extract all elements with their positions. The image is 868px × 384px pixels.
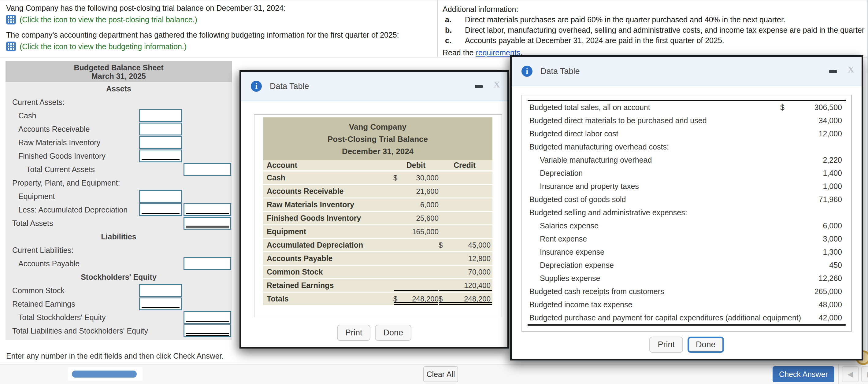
- dialog-title: Data Table: [270, 82, 309, 91]
- view-budgeting-info-link[interactable]: (Click the icon to view the budgeting in…: [6, 41, 187, 51]
- view-trial-balance-link-label[interactable]: (Click the icon to view the post-closing…: [20, 15, 197, 24]
- row-label: Cash: [18, 109, 36, 122]
- balance-sheet-row: Liabilities: [5, 230, 232, 243]
- window-right-edge: [867, 0, 868, 364]
- trial-balance-column-headers: Account Debit Credit: [263, 160, 492, 171]
- input-field[interactable]: [139, 297, 182, 310]
- row-label: Raw Materials Inventory: [18, 136, 100, 149]
- balance-sheet-row: Equipment: [5, 190, 232, 203]
- credit-column-header: Credit: [439, 160, 492, 170]
- item-text: Accounts payable at December 31, 2024 ar…: [465, 36, 724, 45]
- budget-row-label: Salaries expense: [528, 221, 780, 230]
- balance-sheet-row: Finished Goods Inventory: [5, 149, 232, 163]
- additional-info-item-c: c. Accounts payable at December 31, 2024…: [445, 36, 724, 45]
- account-name: Accounts Payable: [267, 254, 393, 263]
- input-field[interactable]: [139, 150, 182, 162]
- balance-sheet-row: Current Liabilities:: [5, 243, 232, 257]
- input-field[interactable]: [184, 311, 231, 324]
- info-icon: i: [251, 81, 262, 92]
- account-name: Common Stock: [267, 267, 393, 277]
- budget-row-label: Depreciation expense: [528, 261, 780, 270]
- account-name: Retained Earnings: [267, 281, 393, 290]
- trial-balance-row: Raw Materials Inventory6,000: [263, 198, 492, 212]
- table-icon[interactable]: [6, 15, 16, 25]
- budgeting-info-dialog: i Data Table X Budgeted total sales, all…: [510, 55, 863, 360]
- view-budgeting-info-link-label[interactable]: (Click the icon to view the budgeting in…: [20, 42, 187, 51]
- row-label: Common Stock: [12, 284, 65, 297]
- debit-cell: [393, 252, 439, 265]
- input-field[interactable]: [184, 163, 231, 176]
- budget-row: Insurance and property taxes1,000: [528, 180, 846, 193]
- done-button[interactable]: Done: [375, 325, 411, 341]
- budget-row-label: Supplies expense: [528, 274, 780, 283]
- input-field[interactable]: [184, 217, 231, 230]
- budget-row-label: Budgeted cost of goods sold: [528, 195, 780, 204]
- previous-question-button[interactable]: ◀: [842, 366, 859, 382]
- additional-info-item-b: b. Direct labor, manufacturing overhead,…: [445, 26, 868, 35]
- input-field[interactable]: [139, 136, 182, 149]
- sum-rule: [142, 307, 180, 308]
- print-button[interactable]: Print: [337, 325, 371, 341]
- done-button[interactable]: Done: [687, 337, 724, 353]
- problem-statement-1: Vang Company has the following post-clos…: [6, 4, 286, 12]
- next-question-button[interactable]: ▶: [861, 366, 868, 382]
- input-field[interactable]: [139, 109, 182, 122]
- credit-cell: [439, 185, 492, 197]
- exercise-page: Vang Company has the following post-clos…: [0, 0, 868, 384]
- budget-row-value: 1,400: [794, 169, 846, 178]
- debit-amount: 165,000: [404, 227, 439, 236]
- input-field[interactable]: [184, 324, 231, 337]
- budget-row-value: 265,000: [794, 287, 846, 296]
- credit-cell: [439, 212, 492, 224]
- additional-info-item-a: a. Direct materials purchases are paid 6…: [445, 15, 785, 24]
- budget-row-label: Variable manufacturing overhead: [528, 156, 780, 164]
- input-field[interactable]: [184, 203, 231, 216]
- table-icon[interactable]: [6, 41, 16, 51]
- check-answer-button[interactable]: Check Answer: [773, 366, 834, 382]
- item-text: Direct labor, manufacturing overhead, se…: [465, 26, 868, 35]
- budget-row: Budgeted total sales, all on account$306…: [528, 101, 846, 114]
- budget-row-label: Budgeted selling and administrative expe…: [528, 208, 780, 217]
- input-field[interactable]: [139, 123, 182, 135]
- debit-cell: [393, 279, 439, 292]
- row-label: Total Assets: [12, 217, 53, 230]
- view-trial-balance-link[interactable]: (Click the icon to view the post-closing…: [6, 15, 197, 25]
- budgeting-info-table: Budgeted total sales, all on account$306…: [528, 100, 846, 326]
- row-label: Property, Plant, and Equipment:: [12, 176, 120, 190]
- dialog-header[interactable]: i Data Table X: [241, 72, 507, 101]
- budget-row: Salaries expense6,000: [528, 219, 846, 232]
- account-name: Finished Goods Inventory: [267, 214, 393, 223]
- dialog-header[interactable]: i Data Table X: [512, 57, 862, 86]
- close-icon[interactable]: X: [493, 80, 500, 89]
- input-field[interactable]: [184, 257, 231, 270]
- trial-balance-row: Accounts Payable12,800: [263, 252, 492, 266]
- budget-row-label: Budgeted manufacturing overhead costs:: [528, 142, 780, 151]
- item-letter: b.: [445, 26, 465, 35]
- input-field[interactable]: [139, 203, 182, 216]
- debit-cell: [393, 266, 439, 278]
- clear-all-button[interactable]: Clear All: [423, 366, 458, 382]
- close-icon[interactable]: X: [847, 65, 854, 74]
- debit-cell: [393, 239, 439, 251]
- input-field[interactable]: [139, 284, 182, 297]
- budget-row-value: 450: [794, 261, 846, 270]
- dollar-sign: $: [780, 103, 794, 112]
- print-button[interactable]: Print: [649, 337, 683, 353]
- total-rule: [394, 290, 438, 291]
- total-rule: [439, 302, 492, 305]
- budget-row: Insurance expense1,300: [528, 246, 846, 259]
- minimize-icon[interactable]: [475, 85, 483, 88]
- sum-rule: [186, 213, 229, 214]
- balance-sheet-row: Common Stock: [5, 284, 232, 297]
- debit-cell: 21,600: [393, 185, 439, 197]
- credit-dollar-sign: $: [439, 241, 450, 250]
- additional-info-title: Additional information:: [442, 5, 518, 14]
- balance-sheet-row: Accounts Receivable: [5, 122, 232, 136]
- input-field[interactable]: [139, 190, 182, 203]
- minimize-icon[interactable]: [829, 70, 837, 73]
- credit-cell: $45,000: [439, 239, 492, 251]
- credit-cell: [439, 198, 492, 211]
- budget-row-value: 1,000: [794, 182, 846, 191]
- total-rule: [439, 290, 492, 291]
- budget-row-label: Budgeted cash receipts from customers: [528, 287, 780, 296]
